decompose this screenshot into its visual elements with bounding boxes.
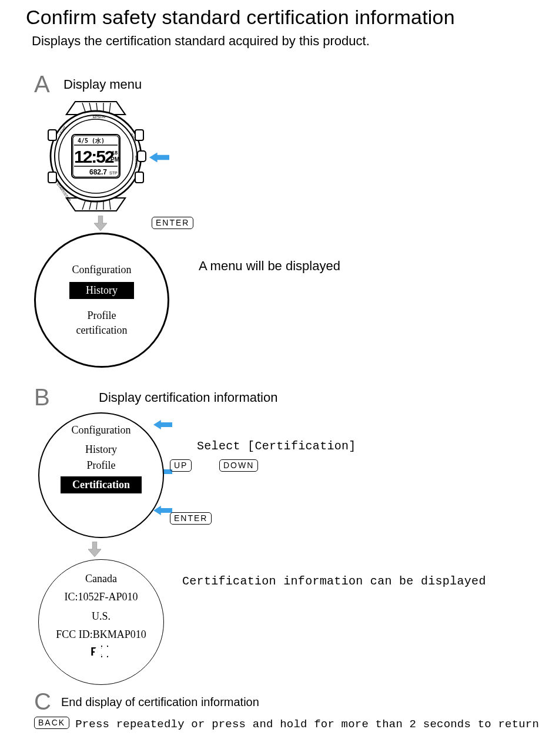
step-a-header: A Display menu <box>34 72 521 96</box>
step-c-header: C End display of certification informati… <box>34 690 521 713</box>
button-label-up: UP <box>170 459 192 472</box>
certification-screen: Canada IC:1052F-AP010 U.S. FCC ID:BKMAP0… <box>38 559 164 685</box>
page-title: Confirm safety standard certification in… <box>26 6 521 29</box>
svg-marker-35 <box>153 420 172 429</box>
menu-item-history-selected: History <box>69 282 134 299</box>
cert-wrap: Canada IC:1052F-AP010 U.S. FCC ID:BKMAP0… <box>24 559 521 685</box>
step-c-title: End display of certification information <box>61 690 259 709</box>
menu-item-certification-selected: Certification <box>61 476 142 493</box>
svg-text:682.7: 682.7 <box>89 168 107 176</box>
menu-item-profile: Profile <box>88 310 116 322</box>
menu-screen-a: Configuration History Profile certificat… <box>34 233 169 368</box>
step-b-title: Display certification information <box>99 385 277 405</box>
step-a-letter: A <box>34 72 56 96</box>
menu-screen-b: Configuration History Profile Certificat… <box>38 412 164 538</box>
svg-text:ENTER: ENTER <box>135 156 138 168</box>
svg-rect-13 <box>48 130 56 140</box>
svg-marker-34 <box>94 216 107 231</box>
arrow-left-icon <box>153 419 172 430</box>
step-a-side-text: A menu will be displayed <box>199 258 340 274</box>
menu-item-configuration: Configuration <box>72 264 132 276</box>
cert-line-ic: IC:1052F-AP010 <box>64 591 138 603</box>
watch-illustration: 4/5 (水) 12:52 18 PM 682.7 STP EPSON LIGH… <box>34 100 521 212</box>
step-c-text: Press repeatedly or press and hold for m… <box>75 717 539 731</box>
menu-item-certification: certification <box>76 324 128 337</box>
step-a-body: 4/5 (水) 12:52 18 PM 682.7 STP EPSON LIGH… <box>34 100 521 368</box>
svg-rect-16 <box>135 172 143 183</box>
fcc-logo-icon: F <box>91 644 112 661</box>
cert-line-us: U.S. <box>92 610 111 623</box>
step-a-title: Display menu <box>63 72 142 92</box>
menu-item-history-b: History <box>85 443 117 456</box>
svg-rect-14 <box>48 172 56 183</box>
menu-item-profile-b: Profile <box>87 459 116 472</box>
svg-text:4/5 (水): 4/5 (水) <box>78 137 105 144</box>
menu-item-configuration-b: Configuration <box>72 424 131 436</box>
svg-rect-44 <box>108 646 112 657</box>
svg-text:18: 18 <box>112 150 118 156</box>
arrow-down-icon <box>94 216 107 231</box>
cert-line-fccid: FCC ID:BKMAP010 <box>56 629 146 641</box>
button-label-back: BACK <box>34 717 69 729</box>
svg-text:EPSON: EPSON <box>93 115 105 119</box>
svg-text:PM: PM <box>111 156 119 163</box>
step-b-header: B Display certification information <box>34 385 521 409</box>
svg-text:STP: STP <box>109 171 118 175</box>
step-c-letter: C <box>34 690 56 713</box>
step-b-body: Configuration History Profile Certificat… <box>38 412 521 538</box>
svg-marker-33 <box>149 153 169 163</box>
step-b-letter: B <box>34 385 56 409</box>
button-label-enter-a: ENTER <box>152 217 521 229</box>
page-subtitle: Displays the certification standard acqu… <box>32 33 521 49</box>
svg-marker-38 <box>88 542 101 557</box>
arrow-left-icon <box>149 152 169 163</box>
watch-svg: 4/5 (水) 12:52 18 PM 682.7 STP EPSON LIGH… <box>34 100 158 212</box>
cert-line-canada: Canada <box>85 573 117 585</box>
step-b-select-text: Select [Certification] <box>197 439 356 453</box>
svg-text:12:52: 12:52 <box>74 147 114 166</box>
svg-rect-17 <box>138 151 146 162</box>
arrow-down-icon <box>88 542 101 557</box>
button-label-enter-b: ENTER <box>170 512 212 525</box>
cert-side-text: Certification information can be display… <box>182 574 486 588</box>
button-label-down: DOWN <box>219 459 258 472</box>
step-c-body: BACK Press repeatedly or press and hold … <box>34 717 521 731</box>
